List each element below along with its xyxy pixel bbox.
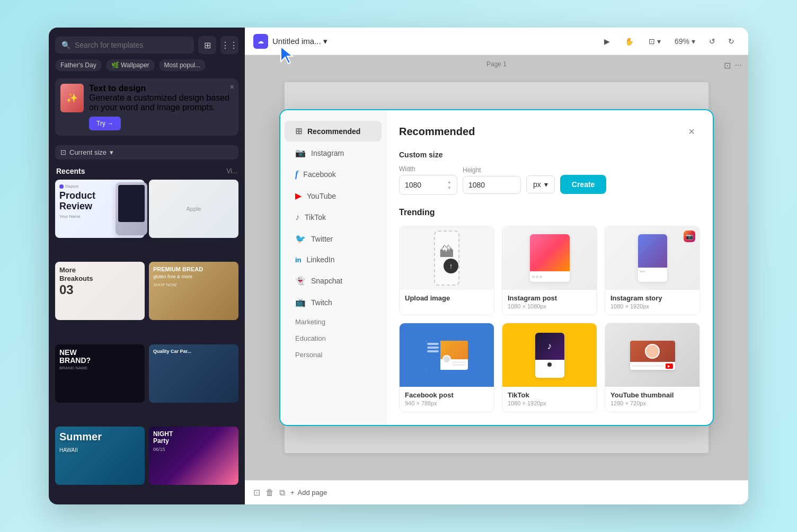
add-page-button[interactable]: + Add page — [290, 489, 327, 496]
unit-selector[interactable]: px ▾ — [526, 175, 555, 193]
modal-nav-personal[interactable]: Personal — [285, 347, 382, 363]
create-button[interactable]: Create — [560, 175, 607, 194]
recent-card-apple[interactable]: Apple — [149, 180, 238, 238]
bottom-grid-icon[interactable]: ⊡ — [253, 487, 260, 498]
tiktok-label: TikTok — [508, 391, 591, 399]
modal-nav-marketing[interactable]: Marketing — [285, 314, 382, 330]
ig-dot-2 — [536, 276, 538, 278]
modal-nav-twitter[interactable]: 🐦 Twitter — [285, 228, 382, 249]
fb-text-line-1 — [452, 361, 466, 363]
modal-nav-twitch[interactable]: 📺 Twitch — [285, 292, 382, 313]
nav-linkedin-label: LinkedIn — [307, 255, 335, 264]
height-input[interactable]: 1080 — [463, 176, 521, 194]
ig-badge-icon: 📷 — [686, 233, 693, 240]
modal-nav-snapchat[interactable]: 👻 Snapchat — [285, 270, 382, 291]
trend-card-youtube-thumbnail[interactable]: ▶ YouTube thumbnail 1280 × 720px — [605, 323, 700, 412]
height-label: Height — [463, 166, 521, 174]
sidebar-tags: Father's Day 🌿 Wallpaper Most popul... — [49, 59, 245, 76]
bottom-copy-icon[interactable]: ⧉ — [279, 488, 285, 498]
width-spinners[interactable]: ▲ ▼ — [447, 180, 451, 190]
modal-nav-education[interactable]: Education — [285, 330, 382, 347]
tt-top-area: ♪ — [535, 333, 564, 360]
new-brand-title: NEWBRAND? — [59, 349, 140, 365]
upload-drop-area[interactable]: 🏔 ↑ — [434, 230, 459, 286]
banner-cta-button[interactable]: Try → — [89, 117, 121, 130]
ai-icon-btn[interactable]: ⊞ — [198, 36, 216, 54]
recents-grid: Daposi ProductReview Your Name Apple Mor… — [49, 180, 245, 504]
tag-fathers-day[interactable]: Father's Day — [55, 59, 102, 71]
banner-content: Text to design Generate a customized des… — [89, 84, 233, 130]
trend-card-upload[interactable]: 🏔 ↑ Upload image — [399, 226, 494, 315]
view-all-link[interactable]: Vi... — [227, 167, 237, 175]
recent-card-night[interactable]: NIGHTParty 06/15 — [149, 427, 238, 485]
filter-icon-btn[interactable]: ⋮⋮ — [220, 36, 238, 54]
nav-twitter-label: Twitter — [311, 235, 333, 243]
trending-label: Trending — [399, 208, 700, 217]
undo-button[interactable]: ↺ — [704, 34, 721, 49]
story-image — [638, 234, 667, 268]
fb-photo-area — [440, 341, 468, 359]
modal-nav-youtube[interactable]: ▶ YouTube — [285, 185, 382, 206]
grid-button[interactable]: ⊡ ▾ — [643, 34, 666, 49]
modal-close-button[interactable]: × — [683, 123, 700, 140]
tiktok-icon: ♪ — [295, 212, 299, 222]
tag-wallpaper[interactable]: 🌿 Wallpaper — [106, 59, 155, 71]
modal-nav-recommended[interactable]: ⊞ Recommended — [285, 121, 382, 141]
custom-size-row: Width 1080 ▲ ▼ — [399, 165, 700, 195]
zoom-chevron: ▾ — [692, 37, 695, 46]
ig-bottom-bar — [530, 271, 570, 282]
modal-nav-instagram[interactable]: 📷 Instagram — [285, 143, 382, 163]
width-input[interactable]: 1080 ▲ ▼ — [399, 175, 457, 195]
add-page-plus-icon: + — [290, 489, 295, 496]
recent-card-breakouts[interactable]: MoreBreakouts 03 — [55, 262, 145, 320]
ig-dot-3 — [539, 276, 542, 278]
size-selector[interactable]: ⊡ Current size ▾ — [55, 145, 238, 159]
close-icon[interactable]: × — [230, 83, 234, 91]
add-page-label: Add page — [298, 489, 327, 496]
main-area: ☁ Untitled ima... ▾ ▶ ✋ ⊡ ▾ 69% ▾ ↺ ↻ Pa… — [245, 28, 748, 504]
nav-tiktok-label: TikTok — [305, 213, 326, 221]
trend-card-facebook-post[interactable]: Facebook post 940 × 788px — [399, 323, 494, 412]
modal-overlay[interactable]: ⊞ Recommended 📷 Instagram — [245, 55, 748, 480]
search-input[interactable] — [75, 41, 188, 49]
recent-card-product-review[interactable]: Daposi ProductReview Your Name — [55, 180, 145, 238]
breakouts-content: MoreBreakouts 03 — [55, 262, 145, 302]
facebook-post-mockup — [426, 341, 468, 370]
redo-button[interactable]: ↻ — [723, 34, 740, 49]
instagram-icon: 📷 — [295, 148, 306, 158]
trend-card-instagram-post[interactable]: Instagram post 1080 × 1080px — [502, 226, 597, 315]
yt-bar — [632, 365, 664, 367]
modal-header: Recommended × — [399, 123, 700, 140]
hand-button[interactable]: ✋ — [619, 34, 639, 49]
recents-header: Recents Vi... — [49, 164, 245, 180]
trend-card-instagram-story[interactable]: text 📷 Instagram story 1080 × 1920px — [605, 226, 700, 315]
upload-label: Upload image — [405, 294, 489, 302]
recent-card-new-brand[interactable]: NEWBRAND? BRAND NAME — [55, 344, 145, 403]
phone-screen — [118, 185, 145, 222]
recent-card-bread[interactable]: PREMIUM BREADgluten free & more SHOP NOW — [149, 262, 238, 320]
modal-nav-linkedin[interactable]: in LinkedIn — [285, 250, 382, 269]
recent-card-car[interactable]: Quality Car Par... — [149, 344, 238, 403]
youtube-info: YouTube thumbnail 1280 × 720px — [605, 387, 699, 412]
yt-bar-area: ▶ — [630, 362, 675, 370]
tt-bottom-area — [535, 360, 564, 378]
instagram-story-thumb: text 📷 — [605, 226, 699, 290]
bottom-trash-icon[interactable]: 🗑 — [265, 488, 274, 498]
trend-card-tiktok[interactable]: ♪ TikTok 1080 × 1920px — [502, 323, 597, 412]
nav-instagram-label: Instagram — [311, 149, 344, 157]
bread-sub: SHOP NOW — [153, 282, 234, 287]
yt-face — [645, 344, 660, 359]
custom-size-label: Custom size — [399, 150, 700, 159]
play-button[interactable]: ▶ — [599, 34, 615, 49]
zoom-button[interactable]: 69% ▾ — [670, 35, 699, 48]
tag-most-popular[interactable]: Most popul... — [159, 59, 206, 71]
search-icon: 🔍 — [61, 41, 70, 49]
text-to-design-banner: ✨ Text to design Generate a customized d… — [55, 78, 238, 136]
recent-card-summer[interactable]: SummerHAWAII — [55, 427, 145, 485]
search-bar[interactable]: 🔍 — [55, 37, 194, 54]
trending-grid: 🏔 ↑ Upload image — [399, 226, 700, 412]
size-label: Current size — [69, 148, 107, 156]
modal-nav-facebook[interactable]: f Facebook — [285, 164, 382, 184]
modal-nav-tiktok[interactable]: ♪ TikTok — [285, 207, 382, 227]
recommended-icon: ⊞ — [295, 126, 302, 136]
